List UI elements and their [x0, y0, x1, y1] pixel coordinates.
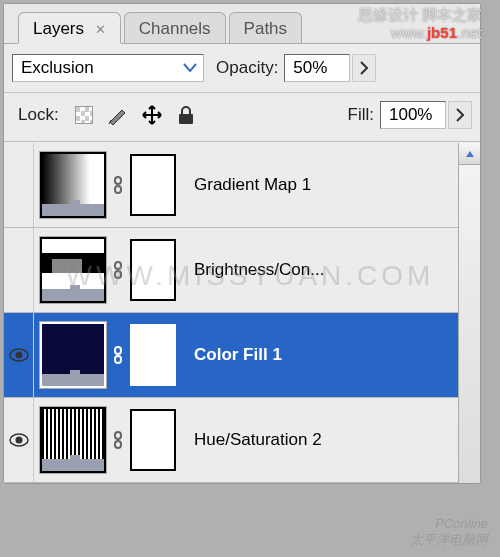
svg-rect-0 [179, 114, 193, 124]
fill-value: 100% [389, 105, 432, 125]
tab-label: Layers [33, 19, 84, 38]
eye-icon [9, 433, 29, 447]
layer-row-gradient-map[interactable]: Gradient Map 1 [4, 143, 458, 228]
layers-list: Gradient Map 1 Brightness/Con... [4, 143, 458, 483]
scrollbar[interactable] [458, 143, 480, 483]
scrollbar-track[interactable] [459, 165, 480, 483]
adjustment-thumbnail[interactable] [40, 322, 106, 388]
lock-transparency-toggle[interactable] [73, 104, 95, 126]
tab-label: Paths [244, 19, 287, 38]
svg-rect-11 [115, 432, 121, 439]
layer-row-brightness-contrast[interactable]: Brightness/Con... [4, 228, 458, 313]
panel-tabs: Layers ✕ Channels Paths [4, 4, 480, 44]
opacity-input[interactable]: 50% [284, 54, 350, 82]
blend-opacity-row: Exclusion Opacity: 50% [4, 44, 480, 93]
watermark-bottom: PConline 太平洋电脑网 [410, 516, 488, 549]
svg-point-6 [15, 352, 22, 359]
link-icon [112, 431, 124, 449]
scroll-up-button[interactable] [459, 143, 480, 165]
link-icon [112, 261, 124, 279]
layer-row-color-fill[interactable]: Color Fill 1 [4, 313, 458, 398]
lock-fill-row: Lock: Fill: 100% [4, 93, 480, 142]
layer-name-label: Gradient Map 1 [194, 175, 311, 195]
lock-pixels-toggle[interactable] [107, 104, 129, 126]
layers-panel: Layers ✕ Channels Paths Exclusion Opacit… [3, 3, 481, 484]
fill-slider-popup[interactable] [448, 101, 472, 129]
opacity-label: Opacity: [216, 58, 278, 78]
visibility-toggle[interactable] [4, 313, 34, 397]
link-icon [112, 346, 124, 364]
mask-thumbnail[interactable] [130, 154, 176, 216]
opacity-value: 50% [293, 58, 327, 78]
blend-mode-select[interactable]: Exclusion [12, 54, 204, 82]
adjustment-thumbnail[interactable] [40, 407, 106, 473]
mask-thumbnail[interactable] [130, 409, 176, 471]
eye-icon [9, 348, 29, 362]
lock-label: Lock: [18, 105, 59, 125]
adjustment-thumbnail[interactable] [40, 152, 106, 218]
lock-buttons [73, 104, 197, 126]
opacity-slider-popup[interactable] [352, 54, 376, 82]
tab-label: Channels [139, 19, 211, 38]
layer-name-label: Hue/Saturation 2 [194, 430, 322, 450]
svg-rect-3 [115, 262, 121, 269]
svg-rect-12 [115, 441, 121, 448]
svg-rect-2 [115, 186, 121, 193]
layers-area: Gradient Map 1 Brightness/Con... [4, 142, 480, 483]
svg-rect-1 [115, 177, 121, 184]
close-icon[interactable]: ✕ [95, 22, 106, 37]
adjustment-thumbnail[interactable] [40, 237, 106, 303]
svg-rect-4 [115, 271, 121, 278]
link-icon [112, 176, 124, 194]
fill-input[interactable]: 100% [380, 101, 446, 129]
lock-all-toggle[interactable] [175, 104, 197, 126]
chevron-down-icon [181, 59, 199, 77]
mask-thumbnail[interactable] [130, 324, 176, 386]
tab-channels[interactable]: Channels [124, 12, 226, 43]
visibility-toggle[interactable] [4, 143, 34, 227]
layer-name-label: Brightness/Con... [194, 260, 324, 280]
blend-mode-value: Exclusion [21, 58, 94, 78]
tab-layers[interactable]: Layers ✕ [18, 12, 121, 43]
svg-point-10 [15, 437, 22, 444]
lock-position-toggle[interactable] [141, 104, 163, 126]
visibility-toggle[interactable] [4, 398, 34, 482]
layer-name-label: Color Fill 1 [194, 345, 282, 365]
tab-paths[interactable]: Paths [229, 12, 302, 43]
layer-row-hue-saturation[interactable]: Hue/Saturation 2 [4, 398, 458, 483]
svg-rect-8 [115, 356, 121, 363]
mask-thumbnail[interactable] [130, 239, 176, 301]
visibility-toggle[interactable] [4, 228, 34, 312]
svg-rect-7 [115, 347, 121, 354]
fill-label: Fill: [348, 105, 374, 125]
